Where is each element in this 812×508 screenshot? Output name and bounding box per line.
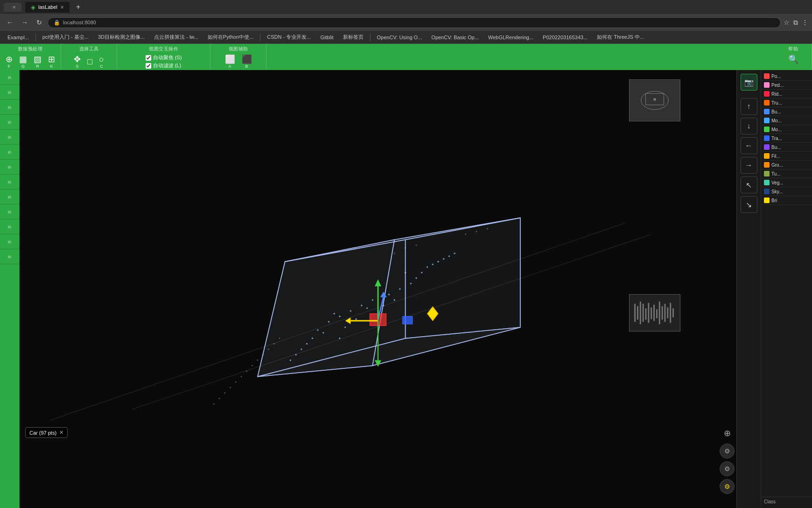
label-text-7: Tra... xyxy=(771,136,782,141)
back-button[interactable]: ← xyxy=(4,18,16,27)
svg-point-8 xyxy=(339,316,341,318)
label-item-7[interactable]: Tra... xyxy=(761,134,812,143)
svg-point-26 xyxy=(377,310,379,312)
sidebar-item-9[interactable]: in xyxy=(0,190,19,205)
svg-point-73 xyxy=(653,98,656,101)
toolbar-btn-move[interactable]: ✥ S xyxy=(72,54,83,70)
toolbar-btn-r[interactable]: ▧ R xyxy=(32,54,43,70)
browser-tab-1[interactable]: ✕ xyxy=(4,3,21,12)
tab1-close[interactable]: ✕ xyxy=(12,5,16,10)
label-item-1[interactable]: Ped... xyxy=(761,81,812,90)
extension-icon[interactable]: ⧉ xyxy=(793,19,798,27)
svg-point-25 xyxy=(383,304,385,306)
label-item-5[interactable]: Mo... xyxy=(761,116,812,125)
bookmark-star-icon[interactable]: ☆ xyxy=(784,19,790,26)
app-layout: in in in in in in in in in in in in in xyxy=(0,70,812,508)
svg-point-37 xyxy=(443,258,445,260)
toolbar-btn-g[interactable]: ▦ G xyxy=(17,54,29,70)
bookmark-9[interactable]: OpenCV: Using O... xyxy=(373,34,426,41)
label-color-6 xyxy=(764,127,770,132)
tab2-close[interactable]: ✕ xyxy=(60,5,64,10)
nav-right-btn[interactable]: → xyxy=(741,157,757,174)
svg-marker-43 xyxy=(345,318,351,324)
svg-point-15 xyxy=(372,299,374,301)
label-item-0[interactable]: Po... xyxy=(761,72,812,81)
label-item-8[interactable]: Bu... xyxy=(761,143,812,152)
svg-marker-49 xyxy=(375,360,381,367)
label-item-2[interactable]: Rid... xyxy=(761,90,812,99)
browser-tab-2[interactable]: ◈ lasLabel ✕ xyxy=(25,2,70,13)
autofocus-checkbox[interactable] xyxy=(146,55,151,61)
nav-downright-btn[interactable]: ↘ xyxy=(741,196,757,213)
toolbar-btn-k[interactable]: ⊞ K xyxy=(46,54,57,70)
bookmark-12[interactable]: P0202203165343... xyxy=(539,34,591,41)
bookmark-6[interactable]: CSDN - 专业开发... xyxy=(263,33,315,42)
nav-up-btn[interactable]: ↑ xyxy=(741,98,757,115)
bookmark-2[interactable]: pcl使用入门 - 基尘... xyxy=(39,33,92,42)
bookmark-7[interactable]: Gitblit xyxy=(316,34,337,41)
checkbox-autofilter[interactable]: 自动滤波 (L) xyxy=(146,62,182,69)
sidebar-item-7[interactable]: in xyxy=(0,160,19,175)
svg-point-12 xyxy=(344,326,346,328)
selection-close-icon[interactable]: ✕ xyxy=(59,430,63,436)
bookmark-1[interactable]: Exampl... xyxy=(4,34,33,41)
menu-icon[interactable]: ⋮ xyxy=(802,19,808,26)
sidebar-item-4[interactable]: in xyxy=(0,115,19,130)
label-item-9[interactable]: Fil... xyxy=(761,152,812,161)
nav-upleft-btn[interactable]: ↖ xyxy=(741,176,757,193)
autofilter-checkbox[interactable] xyxy=(146,63,151,69)
settings-btn-1[interactable]: ⊕ xyxy=(720,426,735,441)
svg-point-57 xyxy=(246,370,247,372)
nav-download-btn[interactable]: ↓ xyxy=(741,118,757,134)
r-icon: ▧ xyxy=(34,55,42,64)
new-tab-button[interactable]: + xyxy=(73,3,83,11)
label-item-3[interactable]: Tru... xyxy=(761,99,812,107)
label-item-11[interactable]: Tu... xyxy=(761,169,812,178)
bookmark-3[interactable]: 3D目标检测之图像... xyxy=(94,33,148,42)
sidebar-item-8[interactable]: in xyxy=(0,175,19,190)
toolbar-btn-circle[interactable]: ○ C xyxy=(97,54,106,70)
nav-left-btn[interactable]: ← xyxy=(741,137,757,154)
label-item-6[interactable]: Mo... xyxy=(761,125,812,134)
k-label: K xyxy=(50,64,53,69)
label-item-13[interactable]: Sky... xyxy=(761,187,812,196)
bookmark-10[interactable]: OpenCV: Basic Op... xyxy=(427,34,483,41)
checkbox-autofocus[interactable]: 自动聚焦 (S) xyxy=(146,54,182,61)
bookmark-11[interactable]: WebGLRendering... xyxy=(484,34,537,41)
toolbar-btn-rect[interactable]: □ xyxy=(85,56,94,67)
svg-point-33 xyxy=(317,329,319,331)
select-label: 选择工具 xyxy=(79,46,99,52)
sidebar-item-6[interactable]: in xyxy=(0,145,19,160)
svg-point-11 xyxy=(361,304,363,306)
sidebar-item-13[interactable]: in xyxy=(0,249,19,264)
label-item-12[interactable]: Veg... xyxy=(761,178,812,187)
toolbar-btn-f[interactable]: ⊕ F xyxy=(4,54,14,70)
sidebar-item-11[interactable]: in xyxy=(0,219,19,234)
toolbar-btn-help[interactable]: 🔍 xyxy=(786,54,800,64)
svg-rect-76 xyxy=(637,306,638,319)
settings-btn-4[interactable]: ⚙ xyxy=(720,479,735,494)
label-item-4[interactable]: Bu... xyxy=(761,107,812,116)
address-bar[interactable]: 🔒 localhost:8080 xyxy=(48,17,781,28)
settings-btn-3[interactable]: ⚙ xyxy=(720,461,735,476)
minimap-bottom-img xyxy=(630,295,680,331)
toolbar-btn-b[interactable]: ⬛ B xyxy=(240,54,254,70)
label-item-10[interactable]: Gro... xyxy=(761,161,812,169)
sidebar-item-3[interactable]: in xyxy=(0,100,19,115)
sidebar-item-1[interactable]: in xyxy=(0,70,19,85)
bookmark-5[interactable]: 如何在Python中使... xyxy=(204,33,257,42)
camera-btn[interactable]: 📷 xyxy=(741,74,757,91)
sidebar-item-12[interactable]: in xyxy=(0,234,19,249)
refresh-button[interactable]: ↻ xyxy=(34,18,45,27)
settings-btn-2[interactable]: ⚙ xyxy=(720,444,735,459)
main-viewport[interactable]: Car (97 pts) ✕ ⊕ ⚙ ⚙ ⚙ xyxy=(20,70,736,508)
bookmark-8[interactable]: 新标签页 xyxy=(339,33,367,42)
bookmark-4[interactable]: 点云拼接算法 - lw... xyxy=(150,33,202,42)
bookmark-13[interactable]: 如何在 ThreeJS 中... xyxy=(593,33,648,42)
toolbar-btn-a[interactable]: ⬜ A xyxy=(223,54,237,70)
forward-button[interactable]: → xyxy=(19,18,31,27)
sidebar-item-2[interactable]: in xyxy=(0,85,19,100)
sidebar-item-5[interactable]: in xyxy=(0,130,19,145)
label-item-14[interactable]: Bri xyxy=(761,196,812,205)
sidebar-item-10[interactable]: in xyxy=(0,205,19,219)
